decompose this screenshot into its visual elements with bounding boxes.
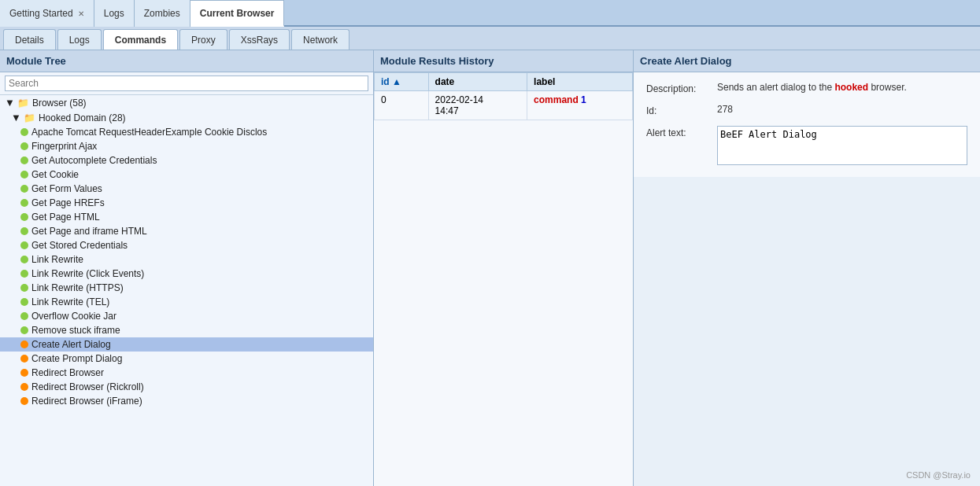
folder-hooked-icon: 📁 [24, 112, 35, 123]
tree-item-get-cookie[interactable]: Get Cookie [0, 168, 373, 182]
second-tab-bar: Details Logs Commands Proxy XssRays Netw… [0, 27, 980, 50]
label-alert-text: Alert text: [646, 126, 717, 138]
right-wrapper: Create Alert Dialog Description: Sends a… [634, 50, 980, 486]
col-label[interactable]: label [527, 73, 633, 91]
tree-item-create-prompt[interactable]: Create Prompt Dialog [0, 352, 373, 366]
tree-label: Remove stuck iframe [31, 325, 120, 336]
close-icon[interactable]: ✕ [78, 9, 84, 18]
table-row[interactable]: 0 2022-02-1414:47 command 1 [375, 91, 633, 120]
form-row-id: Id: 278 [646, 104, 967, 116]
tree-label: Redirect Browser [31, 367, 104, 378]
tree-item-apache[interactable]: Apache Tomcat RequestHeaderExample Cooki… [0, 125, 373, 139]
top-tab-getting-started[interactable]: Getting Started ✕ [0, 0, 94, 27]
tree-item-redirect-rickroll[interactable]: Redirect Browser (Rickroll) [0, 380, 373, 394]
tab-label: Network [303, 35, 338, 46]
value-id: 278 [717, 104, 967, 115]
tree-item-overflow-cookie[interactable]: Overflow Cookie Jar [0, 309, 373, 323]
col-id-label: id ▲ [381, 76, 401, 87]
hooked-word: hooked [834, 82, 868, 93]
command-label: command 1 [534, 94, 586, 105]
col-id[interactable]: id ▲ [375, 73, 429, 91]
tree-label: Get Form Values [31, 183, 102, 194]
tree-item-browser[interactable]: ▼ 📁 Browser (58) [0, 95, 373, 110]
tree-item-redirect-iframe[interactable]: Redirect Browser (iFrame) [0, 394, 373, 408]
tab-label: Current Browser [200, 8, 275, 19]
tree-label: Link Rewrite [31, 254, 83, 265]
tree-label: Get Page HREFs [31, 197, 105, 208]
module-results-panel: Module Results History id ▲ date label [374, 50, 634, 486]
tab-label: Logs [69, 35, 90, 46]
tree-label: Get Page and iframe HTML [31, 226, 147, 237]
tree-item-link-rewrite-https[interactable]: Link Rewrite (HTTPS) [0, 281, 373, 295]
tab-xssrays[interactable]: XssRays [229, 29, 290, 50]
tab-network[interactable]: Network [291, 29, 349, 50]
tree-item-stored-creds[interactable]: Get Stored Credentials [0, 238, 373, 252]
tab-label: Zombies [144, 8, 180, 19]
tree-item-autocomplete[interactable]: Get Autocomplete Credentials [0, 153, 373, 168]
top-tab-current-browser[interactable]: Current Browser [190, 0, 285, 27]
tree-item-link-rewrite[interactable]: Link Rewrite [0, 252, 373, 267]
tree-scroll[interactable]: ▼ 📁 Browser (58) ▼ 📁 Hooked Domain (28) … [0, 95, 373, 486]
tree-label: Hooked Domain (28) [39, 112, 126, 123]
tree-label: Link Rewrite (TEL) [31, 296, 109, 307]
tab-logs[interactable]: Logs [57, 29, 102, 50]
tab-label: Commands [115, 35, 166, 46]
value-description: Sends an alert dialog to the hooked brow… [717, 82, 967, 93]
tree-item-page-hrefs[interactable]: Get Page HREFs [0, 196, 373, 210]
col-date[interactable]: date [428, 73, 527, 91]
tree-label: Create Prompt Dialog [31, 353, 122, 364]
col-label-label: label [534, 76, 555, 87]
alert-text-input[interactable]: BeEF Alert Dialog [717, 126, 967, 165]
col-date-label: date [435, 76, 455, 87]
tree-label: Link Rewrite (Click Events) [31, 268, 144, 279]
tree-item-redirect-browser[interactable]: Redirect Browser [0, 366, 373, 380]
tab-label: XssRays [241, 35, 278, 46]
tree-item-hooked-domain[interactable]: ▼ 📁 Hooked Domain (28) [0, 110, 373, 125]
label-id: Id: [646, 104, 717, 116]
results-table: id ▲ date label 0 2022-02-1414:47 comman… [374, 72, 633, 120]
tree-item-remove-stuck[interactable]: Remove stuck iframe [0, 323, 373, 337]
tree-label: Get Autocomplete Credentials [31, 155, 157, 166]
tree-item-link-rewrite-click[interactable]: Link Rewrite (Click Events) [0, 267, 373, 281]
tree-item-create-alert[interactable]: Create Alert Dialog [0, 337, 373, 352]
search-input[interactable] [5, 75, 368, 91]
tree-label: Get Cookie [31, 169, 79, 180]
tree-label: Redirect Browser (Rickroll) [31, 381, 144, 392]
value-alert-text: BeEF Alert Dialog [717, 126, 967, 168]
folder-browser-icon: 📁 [17, 98, 29, 109]
tree-item-link-rewrite-tel[interactable]: Link Rewrite (TEL) [0, 295, 373, 309]
top-tab-zombies[interactable]: Zombies [135, 0, 190, 27]
cell-date: 2022-02-1414:47 [428, 91, 527, 120]
tab-proxy[interactable]: Proxy [179, 29, 227, 50]
tree-item-iframe-html[interactable]: Get Page and iframe HTML [0, 224, 373, 238]
top-tab-logs[interactable]: Logs [94, 0, 135, 27]
form-row-description: Description: Sends an alert dialog to th… [646, 82, 967, 94]
search-box [0, 72, 373, 95]
tree-container: ▼ 📁 Browser (58) ▼ 📁 Hooked Domain (28) … [0, 95, 373, 486]
tab-commands[interactable]: Commands [103, 29, 178, 50]
tab-label: Details [15, 35, 44, 46]
tree-label: Apache Tomcat RequestHeaderExample Cooki… [31, 127, 267, 138]
tree-item-page-html[interactable]: Get Page HTML [0, 210, 373, 224]
label-description: Description: [646, 82, 717, 94]
module-tree-panel: Module Tree ▼ 📁 Browser (58) ▼ 📁 Hooked … [0, 50, 374, 486]
tab-label: Getting Started [9, 8, 73, 19]
tree-label: Overflow Cookie Jar [31, 311, 116, 322]
tree-label: Browser (58) [32, 98, 87, 109]
create-alert-panel: Create Alert Dialog Description: Sends a… [634, 50, 980, 177]
tree-label: Link Rewrite (HTTPS) [31, 282, 124, 293]
tree-item-form-values[interactable]: Get Form Values [0, 182, 373, 196]
tab-label: Proxy [191, 35, 216, 46]
results-title: Module Results History [374, 50, 633, 72]
main-content: Module Tree ▼ 📁 Browser (58) ▼ 📁 Hooked … [0, 50, 980, 486]
tree-item-fingerprint-ajax[interactable]: Fingerprint Ajax [0, 139, 373, 153]
top-tab-bar: Getting Started ✕ Logs Zombies Current B… [0, 0, 980, 27]
cell-id: 0 [375, 91, 429, 120]
tab-label: Logs [104, 8, 124, 19]
tree-label: Get Stored Credentials [31, 240, 128, 251]
create-alert-title: Create Alert Dialog [634, 50, 980, 72]
tree-label: Create Alert Dialog [31, 339, 111, 350]
tree-label: Redirect Browser (iFrame) [31, 396, 142, 407]
tab-details[interactable]: Details [3, 29, 56, 50]
tree-label: Get Page HTML [31, 212, 100, 223]
